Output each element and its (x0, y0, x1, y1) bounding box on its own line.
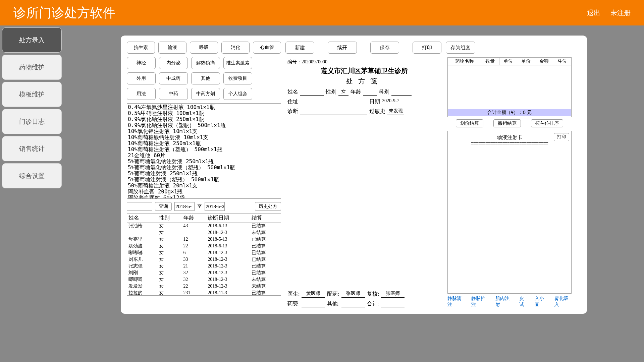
category-button[interactable]: 心血管 (253, 42, 281, 54)
continue-button[interactable]: 续开 (328, 42, 357, 54)
category-button[interactable]: 呼吸 (190, 42, 218, 54)
save-button[interactable]: 保存 (370, 42, 399, 54)
sidebar-item-5[interactable]: 综合设置 (2, 163, 62, 188)
category-button[interactable]: 收费项目 (223, 72, 252, 84)
query-input[interactable] (127, 202, 152, 211)
sort-button[interactable]: 按斗位排序 (531, 119, 563, 127)
drug-list-item[interactable]: 0.9%氯化钠注射液 250ml×1瓶 (128, 116, 280, 122)
logout-link[interactable]: 退出 (587, 8, 600, 17)
category-button[interactable]: 外用 (127, 72, 156, 84)
date-field[interactable]: 2020-9-7 (382, 98, 399, 105)
category-button[interactable]: 中药方剂 (191, 88, 220, 100)
category-button[interactable]: 输液 (158, 42, 186, 54)
sex-field[interactable]: 女 (338, 88, 348, 96)
category-button[interactable]: 维生素激素 (223, 57, 252, 69)
rx-no-label: 编号： (287, 59, 302, 64)
legend-item: 雾化吸入 (554, 296, 572, 308)
clinic-title: 遵义市汇川区茅草铺卫生诊所 (287, 66, 441, 75)
category-button[interactable]: 用法 (127, 88, 156, 100)
table-row[interactable]: 姚劲波女222018-6-13已结算 (127, 243, 281, 249)
drug-list-item[interactable]: 0.5%甲硝唑注射液 100ml×1瓶 (128, 110, 280, 116)
query-button[interactable]: 查询 (155, 202, 172, 211)
table-row[interactable]: 刘东几女332018-12-3已结算 (127, 256, 281, 263)
addr-field[interactable] (300, 98, 367, 105)
unregistered-link[interactable]: 未注册 (610, 8, 631, 17)
sidebar-item-2[interactable]: 模板维护 (2, 82, 62, 107)
legend-item: 肌肉注射 (495, 296, 513, 308)
table-row[interactable]: 女2018-12-3未结算 (127, 229, 281, 236)
drug-list-item[interactable]: 10%葡萄糖注射液 250ml×1瓶 (128, 140, 280, 146)
drug-list-item[interactable]: 10%氯化钾注射液 10ml×1支 (128, 128, 280, 134)
date-to-input[interactable] (205, 202, 225, 211)
age-field[interactable] (363, 88, 377, 96)
category-button[interactable]: 消化 (221, 42, 250, 54)
sidebar-item-1[interactable]: 药物维护 (2, 55, 62, 80)
patient-table[interactable]: 姓名性别年龄诊断日期结算 张油枪女432018-6-13已结算女2018-12-… (127, 214, 281, 296)
drug-list-item[interactable]: 阿胶补血膏 200g×1瓶 (128, 189, 280, 195)
total-amount: 合计金额（¥）：0 元 (448, 109, 571, 116)
rx-drug-table[interactable]: 药物名称数量单位单价金额斗位 (448, 57, 571, 109)
rx-body[interactable] (287, 115, 441, 288)
saveas-button[interactable]: 存为组套 (446, 42, 475, 54)
table-row[interactable]: 母嘉里女122018-5-13已结算 (127, 236, 281, 243)
print-button[interactable]: 打印 (413, 42, 441, 54)
legend-item: 皮试 (519, 296, 528, 308)
category-button[interactable]: 神经 (127, 57, 156, 69)
date-from-input[interactable] (174, 202, 195, 211)
drug-list-item[interactable]: 5%葡萄糖注射液（塑瓶） 500ml×1瓶 (128, 177, 280, 183)
category-button[interactable]: 个人组套 (223, 88, 252, 100)
inj-print-button[interactable]: 打印 (554, 133, 569, 141)
inj-card-title: 输液注射卡 (450, 134, 569, 141)
category-button[interactable]: 抗生素 (127, 42, 155, 54)
drug-list-item[interactable]: 5%葡萄糖氯化钠注射液（塑瓶） 500ml×1瓶 (128, 165, 280, 171)
drug-list-item[interactable]: 21金维他 60片 (128, 153, 280, 159)
rx-no: 20200970000 (302, 59, 327, 64)
rx-subtitle: 处方笺 (287, 77, 441, 86)
cancel-settle-button[interactable]: 撤销结算 (493, 119, 521, 127)
date-to-label: 至 (197, 203, 202, 209)
drug-list-item[interactable]: 5%葡萄糖注射液 250ml×1瓶 (128, 171, 280, 177)
table-row[interactable]: 嘟嘟嘟女62018-12-3已结算 (127, 249, 281, 256)
table-row[interactable]: 拉拉的女2312018-11-3已结算 (127, 290, 281, 296)
history-button[interactable]: 历史处方 (255, 202, 281, 211)
drug-list-item[interactable]: 0.4%左氧氟沙星注射液 100ml×1瓶 (128, 104, 280, 110)
legend-item: 静脉滴注 (447, 296, 465, 308)
sidebar-item-3[interactable]: 门诊日志 (2, 109, 62, 134)
category-button[interactable]: 解热镇痛 (191, 57, 220, 69)
dept-field[interactable] (391, 88, 412, 96)
allergy-field[interactable]: 未发现 (387, 108, 404, 115)
calc-settle-button[interactable]: 划价结算 (456, 119, 483, 127)
table-row[interactable]: 唧唧唧女322018-12-3未结算 (127, 276, 281, 283)
category-button[interactable]: 其他 (191, 72, 220, 84)
table-row[interactable]: 张油枪女432018-6-13已结算 (127, 223, 281, 230)
sidebar-item-4[interactable]: 销售统计 (2, 136, 62, 161)
drug-list-item[interactable]: 5%葡萄糖氯化钠注射液 250ml×1瓶 (128, 159, 280, 165)
legend-item: 静脉推注 (471, 296, 488, 308)
diag-field[interactable] (300, 108, 367, 115)
legend-item: 入小壶 (535, 296, 548, 308)
drug-list[interactable]: 0.4%左氧氟沙星注射液 100ml×1瓶0.5%甲硝唑注射液 100ml×1瓶… (127, 103, 281, 199)
table-row[interactable]: 刘刚女322018-12-3已结算 (127, 269, 281, 276)
drug-list-item[interactable]: 0.9%氯化钠注射液（塑瓶） 500ml×1瓶 (128, 122, 280, 128)
table-row[interactable]: 发发发女222018-12-3未结算 (127, 283, 281, 290)
drug-list-item[interactable]: 阿胶养血颗粒 6g×12袋 (128, 195, 280, 199)
new-button[interactable]: 新建 (285, 42, 314, 54)
category-button[interactable]: 中药 (159, 88, 188, 100)
drug-list-item[interactable]: 10%葡萄糖酸钙注射液 10ml×1支 (128, 134, 280, 140)
name-field[interactable] (300, 88, 324, 96)
sidebar-item-0[interactable]: 处方录入 (2, 27, 62, 53)
category-button[interactable]: 内分泌 (159, 57, 188, 69)
table-row[interactable]: 张志强女212018-12-3已结算 (127, 263, 281, 269)
category-button[interactable]: 中成药 (159, 72, 188, 84)
drug-list-item[interactable]: 50%葡萄糖注射液 20ml×1支 (128, 183, 280, 189)
app-title: 诊所门诊处方软件 (13, 4, 115, 21)
inj-divider: ================================ (450, 141, 569, 146)
drug-list-item[interactable]: 10%葡萄糖注射液（塑瓶） 500ml×1瓶 (128, 146, 280, 153)
